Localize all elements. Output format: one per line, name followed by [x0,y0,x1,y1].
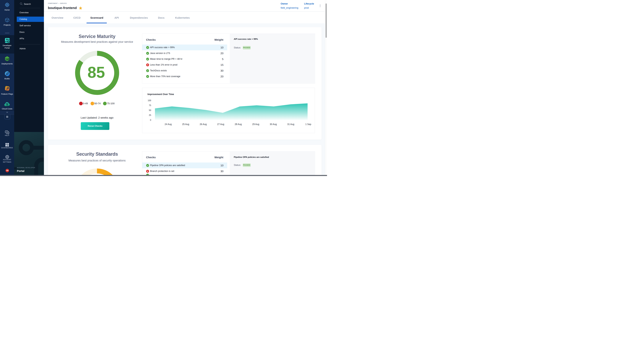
svg-text:$: $ [6,102,8,106]
svg-text:85: 85 [88,64,105,81]
svg-text:?: ? [6,131,7,133]
